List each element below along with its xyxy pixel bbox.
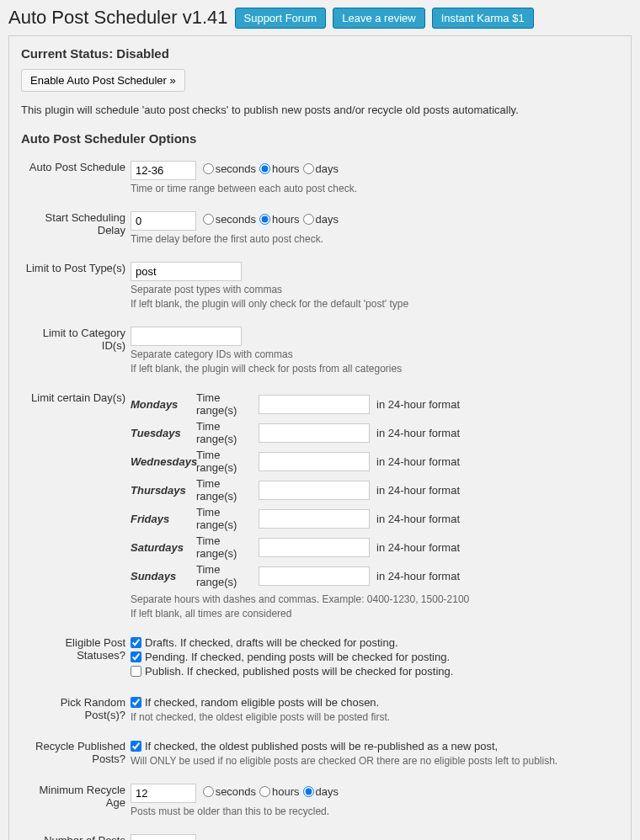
schedule-label: Auto Post Schedule — [21, 156, 131, 206]
schedule-seconds-label: seconds — [216, 162, 256, 175]
recycle-checkbox[interactable] — [131, 741, 141, 752]
page-title: Auto Post Scheduler v1.41 — [8, 7, 228, 29]
category-ids-label: Limit to Category ID(s) — [21, 322, 131, 386]
plugin-description: This plugin will schedule 'auto post che… — [21, 104, 619, 116]
recycle-text: If checked, the oldest published posts w… — [145, 740, 498, 752]
pending-checkbox[interactable] — [131, 651, 141, 662]
statuses-label: Eligible Post Statuses? — [21, 631, 131, 691]
minage-hours-radio[interactable] — [259, 786, 270, 797]
delay-input[interactable] — [131, 211, 196, 231]
random-label: Pick Random Post(s)? — [21, 691, 131, 735]
pending-text: Pending. If checked, pending posts will … — [145, 651, 450, 663]
day-wed: Wednesdays — [131, 455, 195, 468]
recycle-hint: Will ONLY be used if no eligible posts a… — [131, 755, 619, 767]
wed-range-input[interactable] — [259, 452, 370, 471]
schedule-days-radio[interactable] — [303, 163, 314, 174]
fri-range-input[interactable] — [259, 509, 370, 529]
day-thu: Thursdays — [131, 484, 195, 497]
delay-hint: Time delay before the first auto post ch… — [131, 233, 619, 245]
days-hint1: Separate hours with dashes and commas. E… — [131, 593, 619, 605]
sun-range-input[interactable] — [259, 566, 370, 586]
limit-days-label: Limit certain Day(s) — [21, 386, 131, 631]
day-sun: Sundays — [131, 570, 195, 582]
category-ids-input[interactable] — [131, 327, 242, 346]
day-sat: Saturdays — [131, 541, 195, 554]
leave-review-button[interactable]: Leave a review — [333, 8, 424, 29]
post-types-input[interactable] — [131, 262, 242, 281]
enable-scheduler-button[interactable]: Enable Auto Post Scheduler » — [21, 69, 185, 92]
delay-seconds-radio[interactable] — [203, 214, 214, 225]
post-types-hint1: Separate post types with commas — [131, 284, 619, 295]
schedule-hint: Time or time range between each auto pos… — [131, 183, 619, 194]
options-section-title: Auto Post Scheduler Options — [21, 131, 619, 146]
post-types-label: Limit to Post Type(s) — [21, 257, 131, 322]
schedule-hours-radio[interactable] — [259, 163, 270, 174]
schedule-seconds-radio[interactable] — [203, 163, 214, 174]
instant-karma-button[interactable]: Instant Karma $1 — [432, 8, 534, 29]
post-types-hint2: If left blank, the plugin will only chec… — [131, 298, 619, 310]
schedule-input[interactable] — [131, 161, 196, 180]
minage-days-radio[interactable] — [303, 786, 314, 797]
days-hint2: If left blank, all times are considered — [131, 608, 619, 619]
mon-range-input[interactable] — [259, 395, 370, 414]
category-ids-hint1: Separate category IDs with commas — [131, 348, 619, 360]
minage-input[interactable] — [131, 784, 196, 803]
publish-checkbox[interactable] — [131, 666, 141, 677]
publish-text: Publish. If checked, published posts wil… — [145, 665, 453, 678]
thu-range-input[interactable] — [259, 481, 370, 500]
numposts-input[interactable] — [131, 834, 196, 840]
minage-label: Minimum Recycle Age — [21, 779, 131, 829]
schedule-hours-label: hours — [272, 162, 300, 175]
minage-seconds-radio[interactable] — [203, 786, 214, 797]
day-mon: Mondays — [131, 398, 195, 411]
delay-hours-radio[interactable] — [259, 214, 270, 225]
recycle-label: Recycle Published Posts? — [21, 735, 131, 779]
delay-days-radio[interactable] — [303, 214, 314, 225]
random-hint: If not checked, the oldest eligible post… — [131, 711, 619, 723]
numposts-label: Number of Posts — [21, 829, 131, 840]
tue-range-input[interactable] — [259, 423, 370, 443]
drafts-checkbox[interactable] — [131, 637, 141, 648]
drafts-text: Drafts. If checked, drafts will be check… — [145, 636, 398, 649]
support-forum-button[interactable]: Support Forum — [235, 8, 327, 29]
minage-hint: Posts must be older than this to be recy… — [131, 805, 619, 817]
sat-range-input[interactable] — [259, 538, 370, 557]
settings-panel: Current Status: Disabled Enable Auto Pos… — [8, 35, 632, 840]
random-checkbox[interactable] — [131, 697, 141, 708]
schedule-days-label: days — [316, 162, 339, 175]
day-tue: Tuesdays — [131, 427, 195, 439]
category-ids-hint2: If left blank, the plugin will check for… — [131, 363, 619, 375]
day-fri: Fridays — [131, 513, 195, 525]
current-status: Current Status: Disabled — [21, 46, 619, 61]
delay-label: Start Scheduling Delay — [21, 206, 131, 257]
random-text: If checked, random eligible posts will b… — [145, 696, 379, 709]
